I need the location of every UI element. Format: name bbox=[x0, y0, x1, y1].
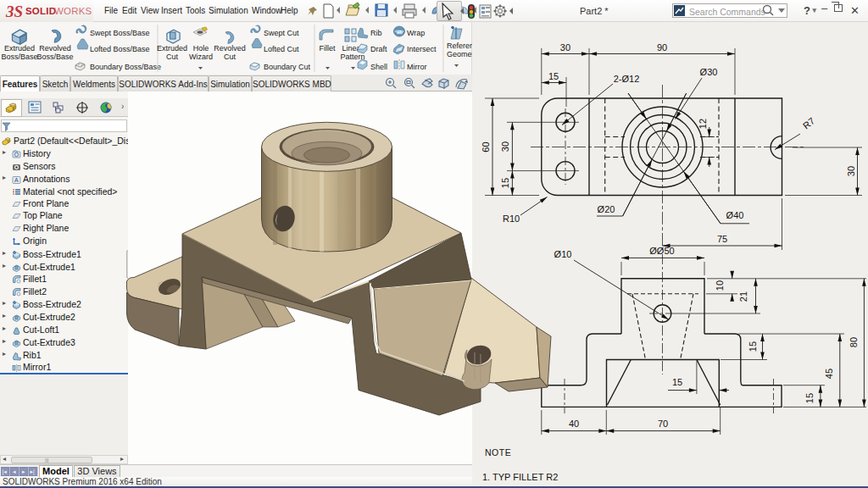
svg-text:Lofted Boss/Base: Lofted Boss/Base bbox=[90, 45, 150, 53]
svg-text:1. TYP FILLET R2: 1. TYP FILLET R2 bbox=[482, 472, 558, 482]
svg-text:15: 15 bbox=[672, 377, 682, 387]
svg-text:12: 12 bbox=[698, 119, 708, 129]
svg-text:Boundary Cut: Boundary Cut bbox=[264, 63, 311, 71]
svg-text:Revolved: Revolved bbox=[39, 44, 71, 53]
svg-text:Ø40: Ø40 bbox=[726, 210, 744, 220]
svg-text:Intersect: Intersect bbox=[407, 45, 437, 53]
svg-text:75: 75 bbox=[717, 234, 727, 244]
svg-text:ØØ50: ØØ50 bbox=[649, 246, 674, 256]
svg-text:Boundary Boss/Base: Boundary Boss/Base bbox=[90, 63, 161, 71]
svg-text:Revolved: Revolved bbox=[214, 44, 246, 53]
svg-text:15: 15 bbox=[748, 341, 758, 352]
svg-text:3S: 3S bbox=[5, 3, 23, 20]
svg-text:Lofted Cut: Lofted Cut bbox=[264, 45, 299, 53]
svg-text:Boss/Base: Boss/Base bbox=[36, 53, 73, 61]
svg-text:10: 10 bbox=[715, 280, 725, 291]
svg-text:NOTE: NOTE bbox=[485, 447, 511, 458]
svg-text:2-Ø12: 2-Ø12 bbox=[614, 74, 640, 84]
svg-text:Hole: Hole bbox=[193, 44, 209, 53]
svg-text:R7: R7 bbox=[801, 115, 816, 130]
svg-text:Mirror: Mirror bbox=[407, 63, 427, 71]
svg-text:Boss/Base: Boss/Base bbox=[1, 53, 37, 61]
svg-text:45: 45 bbox=[824, 369, 834, 379]
svg-text:90: 90 bbox=[657, 42, 667, 53]
svg-text:Swept Cut: Swept Cut bbox=[264, 29, 299, 37]
svg-text:SOLID: SOLID bbox=[25, 6, 56, 16]
svg-text:Wrap: Wrap bbox=[407, 29, 425, 37]
svg-text:Draft: Draft bbox=[370, 45, 387, 53]
svg-text:Wizard: Wizard bbox=[189, 53, 213, 61]
svg-text:▸|: ▸| bbox=[31, 469, 36, 475]
svg-text:30: 30 bbox=[846, 166, 856, 176]
svg-text:Geometry: Geometry bbox=[447, 50, 472, 58]
svg-text:15: 15 bbox=[548, 71, 559, 81]
svg-text:Shell: Shell bbox=[370, 63, 387, 71]
svg-text:Ø30: Ø30 bbox=[700, 67, 718, 77]
svg-text:WORKS: WORKS bbox=[54, 6, 92, 16]
svg-text:▸: ▸ bbox=[22, 469, 25, 474]
svg-text:◂: ◂ bbox=[13, 469, 16, 474]
svg-text:Fillet: Fillet bbox=[319, 44, 336, 53]
svg-text:21: 21 bbox=[738, 291, 748, 302]
svg-text:Cut: Cut bbox=[166, 53, 179, 61]
svg-text:ab: ab bbox=[397, 30, 403, 35]
svg-text:Cut: Cut bbox=[224, 53, 236, 61]
svg-text:15: 15 bbox=[804, 393, 815, 403]
svg-text:Swept Boss/Base: Swept Boss/Base bbox=[90, 29, 150, 37]
svg-text:Rib: Rib bbox=[370, 29, 382, 37]
svg-text:80: 80 bbox=[849, 337, 859, 347]
svg-text:Extruded: Extruded bbox=[4, 44, 35, 53]
svg-text:Ø20: Ø20 bbox=[598, 204, 615, 214]
svg-text:30: 30 bbox=[560, 42, 570, 53]
svg-text:Extruded: Extruded bbox=[157, 44, 187, 53]
svg-text:Reference: Reference bbox=[447, 42, 472, 50]
svg-text:|◂: |◂ bbox=[3, 469, 8, 475]
svg-text:70: 70 bbox=[658, 419, 668, 429]
